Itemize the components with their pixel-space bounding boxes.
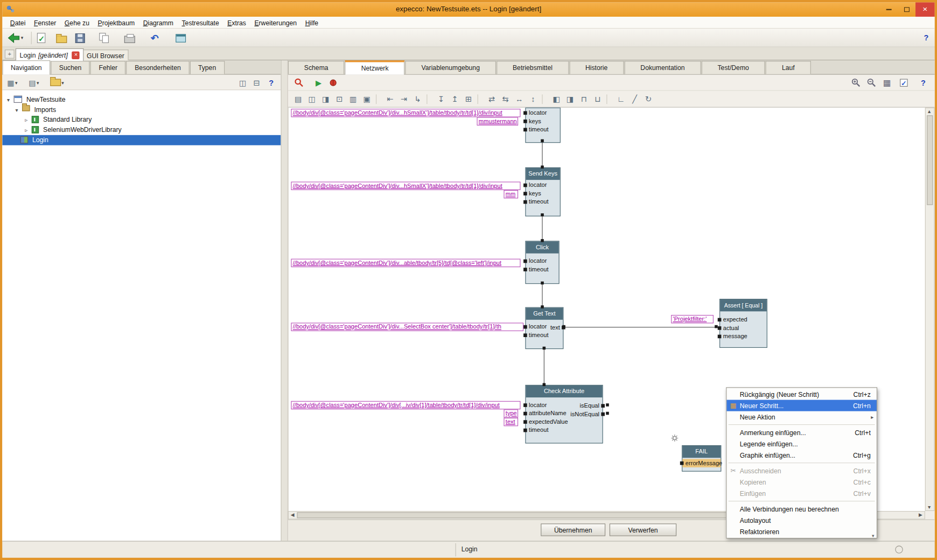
- scroll-down-icon[interactable]: ▼: [927, 505, 932, 510]
- single-view-button[interactable]: ⊟: [254, 77, 260, 88]
- right-tab[interactable]: Variablenumgebung: [405, 61, 496, 74]
- node-send-keys[interactable]: Send Keys locatorkeystimeout: [525, 167, 560, 216]
- apply-button[interactable]: Übernehmen: [541, 523, 605, 536]
- node-fail[interactable]: FAIL errorMessage: [682, 445, 721, 472]
- add-output-pin-icon[interactable]: ↥: [448, 93, 461, 104]
- connection-line[interactable]: [542, 284, 542, 307]
- node-assert-equal[interactable]: Assert [ Equal ] expectedactualmessage: [719, 299, 767, 348]
- context-menu-item[interactable]: Neue Aktion ▸: [726, 411, 877, 423]
- context-menu-item[interactable]: Autolayout: [726, 515, 877, 526]
- align-right-icon[interactable]: ◨: [563, 93, 576, 104]
- tool-separator[interactable]: |: [606, 94, 612, 104]
- tab-close-icon[interactable]: ×: [72, 51, 80, 59]
- input-pin[interactable]: locator: [526, 109, 560, 117]
- new-tab-button[interactable]: +: [5, 50, 15, 59]
- tree-item-login[interactable]: Login: [2, 135, 281, 145]
- connection-line[interactable]: [544, 348, 544, 385]
- context-menu-item[interactable]: Alle Verbindungen neu berechnen: [726, 503, 877, 515]
- run-button[interactable]: ▶: [316, 76, 321, 88]
- right-tab[interactable]: Dokumentation: [624, 61, 701, 74]
- add-input-pin-icon[interactable]: ↧: [435, 93, 447, 104]
- vertical-scrollbar[interactable]: ▲ ▼: [925, 108, 935, 511]
- output-pin[interactable]: text: [550, 323, 563, 332]
- xpath-value-box[interactable]: //body/div[@class='pageContentDiv']/div.…: [291, 323, 523, 331]
- align-bottom-icon[interactable]: ⊔: [591, 93, 604, 104]
- connection-line[interactable]: [542, 215, 542, 241]
- tool-separator[interactable]: |: [426, 94, 432, 104]
- right-tab[interactable]: Historie: [569, 61, 624, 74]
- copy-button[interactable]: [98, 31, 111, 46]
- xpath-value-box[interactable]: //body/div[@class='pageContentDiv']/div.…: [291, 259, 520, 268]
- input-pin[interactable]: errorMessage: [682, 459, 721, 467]
- titlebar[interactable]: expecco: NewTestsuite.ets -- Login [geän…: [2, 2, 934, 17]
- keys-value-box[interactable]: mm: [504, 190, 518, 199]
- scrollbar-thumb[interactable]: [927, 115, 933, 205]
- zoom-in-button[interactable]: [851, 76, 861, 88]
- left-help-button[interactable]: ?: [269, 77, 274, 88]
- html-export-icon[interactable]: ▣: [360, 93, 373, 104]
- menu-item[interactable]: Diagramm: [139, 17, 178, 28]
- discard-button[interactable]: Verwerfen: [610, 523, 676, 536]
- menu-item[interactable]: Fenster: [30, 17, 60, 28]
- left-tab[interactable]: Besonderheiten: [127, 61, 190, 74]
- input-pin[interactable]: locator: [526, 257, 559, 265]
- right-tab[interactable]: Betriebsmittel: [497, 61, 569, 74]
- node-click[interactable]: Click locatortimeout: [525, 241, 559, 284]
- save-button[interactable]: [74, 31, 86, 46]
- insert-substep-icon[interactable]: ↳: [411, 93, 424, 104]
- edit-pins-icon[interactable]: ⊞: [462, 93, 475, 104]
- input-pin[interactable]: timeout: [526, 265, 559, 274]
- input-pin[interactable]: timeout: [526, 198, 560, 206]
- tree-item-seleniumwebdriverlibrary[interactable]: ▹ SeleniumWebDriverLibrary: [2, 125, 281, 135]
- tab-login[interactable]: Login [geändert] ×: [16, 48, 84, 61]
- left-tab[interactable]: Typen: [190, 61, 224, 74]
- tree-view-mode-button[interactable]: ▦▾: [7, 77, 17, 88]
- tree-item-imports[interactable]: ▾ Imports: [2, 104, 281, 115]
- disconnect-pins-icon[interactable]: ⇆: [499, 93, 512, 104]
- menu-item[interactable]: Testresultate: [178, 17, 223, 28]
- back-dropdown-icon[interactable]: ▾: [21, 35, 23, 40]
- left-tab[interactable]: Navigation: [2, 60, 50, 75]
- insert-step-after-icon[interactable]: ⇥: [397, 93, 410, 104]
- copy-diagram-icon[interactable]: ◫: [305, 93, 318, 104]
- route-straight-icon[interactable]: ╱: [628, 93, 641, 104]
- context-menu-item[interactable]: Rückgängig (Neuer Schritt) Ctrl+z: [726, 388, 877, 400]
- right-tab[interactable]: Netzwerk: [345, 60, 405, 75]
- minimize-button[interactable]: [879, 2, 897, 17]
- expander-icon[interactable]: ▾: [13, 105, 20, 115]
- tree-item-newtestsuite[interactable]: ▾ NewTestsuite: [2, 94, 281, 104]
- node-step-1[interactable]: locatorkeystimeout: [525, 108, 560, 143]
- attribute-name-box[interactable]: type: [504, 409, 518, 418]
- left-tab[interactable]: Suchen: [51, 61, 89, 74]
- undo-button[interactable]: ↶: [149, 31, 159, 46]
- back-button[interactable]: ▾: [6, 31, 24, 46]
- node-get-text[interactable]: Get Text locatortimeout text: [525, 307, 563, 349]
- gear-icon[interactable]: [671, 433, 678, 444]
- output-pin[interactable]: isNotEqual: [570, 410, 602, 418]
- insert-step-before-icon[interactable]: ⇤: [383, 93, 396, 104]
- new-folder-button[interactable]: ▾: [50, 77, 64, 88]
- connection-line[interactable]: [565, 327, 718, 327]
- search-diagram-button[interactable]: [294, 76, 304, 88]
- dropdown-icon[interactable]: ▾: [37, 80, 39, 85]
- expander-icon[interactable]: ▹: [23, 125, 30, 136]
- open-button[interactable]: [55, 31, 68, 46]
- export-image-icon[interactable]: ▤: [292, 93, 305, 104]
- context-menu-item[interactable]: Anmerkung einfügen... Ctrl+t: [726, 426, 877, 438]
- relayout-icon[interactable]: ↻: [642, 93, 655, 104]
- debug-button[interactable]: [330, 76, 337, 88]
- scroll-left-icon[interactable]: ◀: [289, 512, 296, 519]
- route-orthogonal-icon[interactable]: ∟: [614, 93, 627, 104]
- maximize-button[interactable]: [898, 2, 915, 17]
- list-view-mode-button[interactable]: ▤▾: [29, 77, 39, 88]
- context-menu-item[interactable]: Refaktorieren: [726, 526, 877, 537]
- tree-item-standard-library[interactable]: ▹ Standard Library: [2, 115, 281, 125]
- right-tab[interactable]: Test/Demo: [702, 61, 765, 74]
- menu-item[interactable]: Datei: [6, 17, 30, 28]
- connect-pins-icon[interactable]: ⇄: [485, 93, 498, 104]
- input-pin[interactable]: timeout: [526, 426, 603, 435]
- dropdown-icon[interactable]: ▾: [61, 80, 64, 85]
- right-tab[interactable]: Lauf: [766, 61, 811, 74]
- tool-separator[interactable]: |: [376, 94, 381, 104]
- menu-item[interactable]: Erweiterungen: [250, 17, 301, 28]
